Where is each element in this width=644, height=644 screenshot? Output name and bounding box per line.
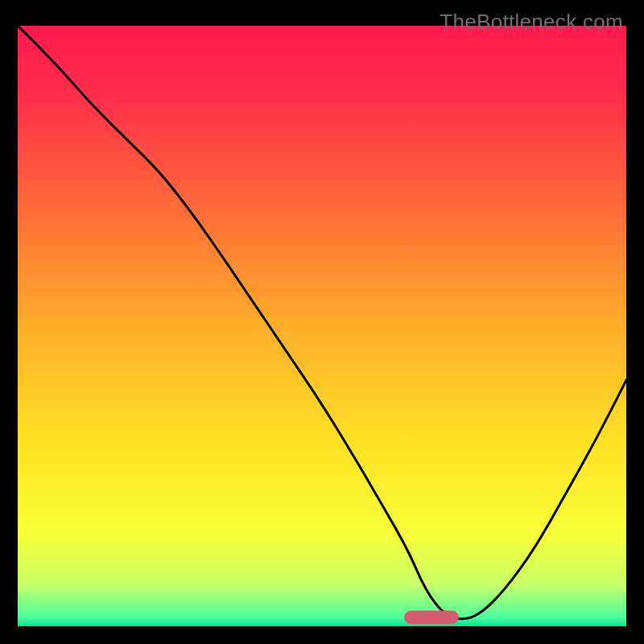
optimal-marker <box>404 611 459 624</box>
watermark-text: TheBottleneck.com <box>440 10 623 35</box>
bottleneck-chart <box>18 26 626 626</box>
chart-frame: TheBottleneck.com <box>10 10 634 634</box>
gradient-background <box>18 26 626 626</box>
